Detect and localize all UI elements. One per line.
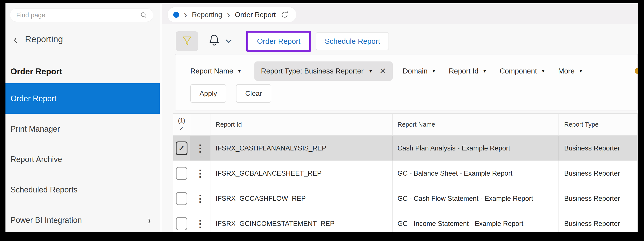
table-row[interactable]: ✓⋮IFSRX_CASHPLANANALYSIS_REPCash Plan An… [173, 136, 638, 161]
checkbox-unchecked[interactable] [176, 167, 187, 180]
select-all-header-cell[interactable]: (1) ✓ [173, 114, 190, 135]
sidebar-item-order-report[interactable]: Order Report [6, 83, 160, 114]
breadcrumb-link-reporting[interactable]: Reporting [192, 11, 222, 19]
active-filter-chip[interactable]: Report Type: Business Reporter ▼ ✕ [254, 62, 393, 81]
column-header-report-type[interactable]: Report Type [559, 114, 638, 135]
close-icon[interactable]: ✕ [380, 66, 386, 76]
dropdown-caret-icon: ▼ [432, 68, 436, 74]
order-report-tab-button[interactable]: Order Report [248, 32, 309, 50]
dropdown-caret-icon: ▼ [237, 68, 242, 74]
table-row[interactable]: ⋮IFSRX_GCINCOMESTATEMENT_REPGC - Income … [173, 211, 638, 232]
sidebar-section-title: Order Report [10, 67, 62, 76]
search-icon[interactable] [140, 11, 148, 19]
breadcrumb-separator-icon: › [227, 10, 230, 19]
report-type: Business Reporter [564, 220, 620, 228]
column-header-report-name[interactable]: Report Name [393, 114, 559, 135]
checkbox-unchecked[interactable] [176, 192, 187, 205]
filter-action-row: Apply Clear [190, 84, 638, 103]
table-row[interactable]: ⋮IFSRX_GCCASHFLOW_REPGC - Cash Flow Stat… [173, 186, 638, 211]
table-body: ✓⋮IFSRX_CASHPLANANALYSIS_REPCash Plan An… [173, 136, 638, 232]
table-header-row: (1) ✓ Report Id Report Name Report Type [173, 114, 638, 136]
filter-dropdown-label: Report Name [190, 67, 233, 75]
report-id: IFSRX_GCCASHFLOW_REP [216, 195, 306, 202]
sidebar: ‹ Reporting Order Report Order ReportPri… [6, 3, 162, 232]
sidebar-back-label: Reporting [25, 34, 63, 44]
column-header-report-id[interactable]: Report Id [210, 114, 393, 135]
content-area: › Reporting › Order Report [162, 3, 638, 232]
screenshot-frame: ‹ Reporting Order Report Order ReportPri… [0, 0, 644, 241]
filter-button[interactable] [176, 31, 198, 51]
filter-dropdown-label: Component [500, 67, 537, 75]
filter-dropdown-report-id[interactable]: Report Id▼ [449, 67, 487, 75]
report-name-cell: GC - Cash Flow Statement - Example Repor… [393, 186, 559, 211]
filter-dropdown-label: Report Id [449, 67, 478, 75]
report-type-cell: Business Reporter [559, 186, 638, 211]
row-select-cell: ✓ [173, 136, 190, 160]
filter-dropdown-label: More [558, 67, 574, 75]
sidebar-item-label: Power BI Integration [10, 216, 148, 225]
checkmark-icon: ✓ [179, 125, 184, 132]
sidebar-menu: Order ReportPrint ManagerReport ArchiveS… [6, 83, 160, 232]
checkmark-icon: ✓ [178, 144, 185, 153]
refresh-icon[interactable] [280, 10, 289, 19]
table-row[interactable]: ⋮IFSRX_GCBALANCESHEET_REPGC - Balance Sh… [173, 161, 638, 186]
sidebar-item-report-archive[interactable]: Report Archive [6, 144, 160, 174]
sidebar-item-label: Scheduled Reports [10, 185, 151, 194]
checkbox-checked[interactable]: ✓ [176, 142, 188, 155]
report-type-cell: Business Reporter [559, 211, 638, 232]
filter-dropdown-component[interactable]: Component▼ [500, 67, 545, 75]
kebab-menu-icon[interactable]: ⋮ [195, 220, 205, 228]
filter-dropdown-report-name[interactable]: Report Name ▼ [190, 67, 242, 75]
row-menu-cell: ⋮ [190, 161, 210, 186]
kebab-menu-icon[interactable]: ⋮ [195, 195, 205, 202]
report-id-cell: IFSRX_GCBALANCESHEET_REP [210, 161, 393, 186]
report-name: GC - Income Statement - Example Report [398, 220, 523, 228]
report-name: GC - Balance Sheet - Example Report [398, 170, 512, 177]
row-menu-cell: ⋮ [190, 186, 210, 211]
report-table: (1) ✓ Report Id Report Name Report Type … [173, 113, 638, 232]
schedule-report-tab-button[interactable]: Schedule Report [316, 32, 389, 50]
dropdown-caret-icon[interactable]: ▼ [368, 68, 373, 74]
row-select-cell [173, 161, 190, 186]
report-id-cell: IFSRX_GCCASHFLOW_REP [210, 186, 393, 211]
breadcrumb-strip: › Reporting › Order Report [162, 3, 638, 24]
page-search[interactable] [10, 8, 153, 22]
sidebar-item-scheduled-reports[interactable]: Scheduled Reports [6, 174, 160, 205]
command-toolbar: Order Report Schedule Report [176, 29, 389, 53]
breadcrumb-link-order-report[interactable]: Order Report [235, 11, 276, 19]
row-select-cell [173, 186, 190, 211]
report-id: IFSRX_GCBALANCESHEET_REP [216, 170, 322, 177]
selection-count: (1) [178, 116, 185, 124]
apply-button[interactable]: Apply [190, 84, 226, 103]
report-name-cell: Cash Plan Analysis - Example Report [393, 136, 559, 160]
checkbox-unchecked[interactable] [176, 217, 187, 230]
report-id: IFSRX_GCINCOMESTATEMENT_REP [216, 220, 334, 228]
annotation-highlight-box: Order Report [246, 31, 311, 52]
sidebar-back-button[interactable]: ‹ Reporting [14, 33, 63, 45]
filter-dropdown-domain[interactable]: Domain▼ [403, 67, 436, 75]
chevron-right-icon: › [148, 214, 151, 227]
kebab-menu-icon[interactable]: ⋮ [195, 170, 205, 177]
sidebar-item-label: Print Manager [10, 124, 151, 134]
row-select-cell [173, 211, 190, 232]
sidebar-item-power-bi-integration[interactable]: Power BI Integration› [6, 205, 160, 232]
report-type-cell: Business Reporter [559, 161, 638, 186]
report-name: GC - Cash Flow Statement - Example Repor… [398, 195, 533, 202]
sidebar-item-label: Report Archive [10, 155, 151, 164]
report-id-cell: IFSRX_CASHPLANANALYSIS_REP [210, 136, 393, 160]
filter-dropdown-row: Report Name ▼ Report Type: Business Repo… [190, 62, 638, 81]
kebab-menu-icon[interactable]: ⋮ [195, 144, 205, 152]
report-name-cell: GC - Balance Sheet - Example Report [393, 161, 559, 186]
report-type: Business Reporter [564, 195, 620, 202]
search-input[interactable] [16, 11, 140, 19]
breadcrumb-dot-icon [173, 12, 179, 18]
row-menu-header-cell [190, 114, 210, 135]
sidebar-item-print-manager[interactable]: Print Manager [6, 114, 160, 144]
filter-dropdown-more[interactable]: More▼ [558, 67, 583, 75]
report-id: IFSRX_CASHPLANANALYSIS_REP [216, 144, 326, 152]
notifications-dropdown[interactable] [208, 34, 232, 49]
filter-funnel-icon [181, 35, 193, 47]
filter-dropdown-label: Domain [403, 67, 428, 75]
row-menu-cell: ⋮ [190, 211, 210, 232]
clear-button[interactable]: Clear [236, 84, 271, 103]
